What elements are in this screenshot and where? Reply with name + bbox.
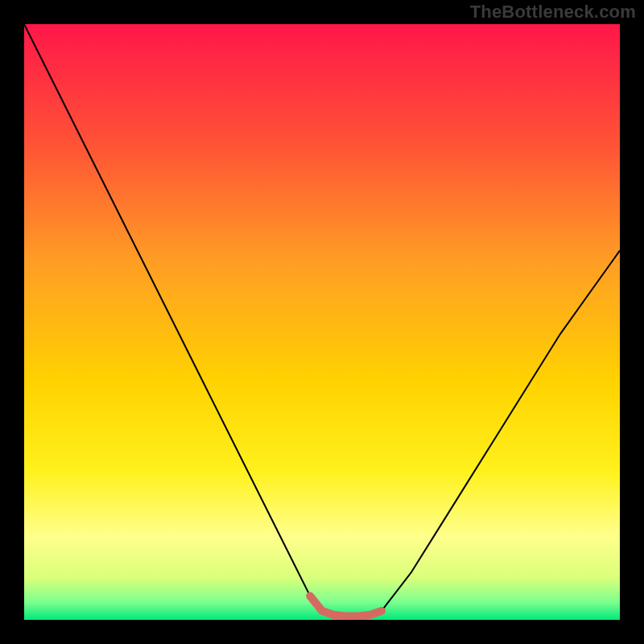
chart-frame: TheBottleneck.com	[0, 0, 644, 644]
watermark-text: TheBottleneck.com	[470, 2, 636, 23]
bottleneck-chart	[0, 0, 644, 644]
plot-background	[24, 24, 620, 620]
